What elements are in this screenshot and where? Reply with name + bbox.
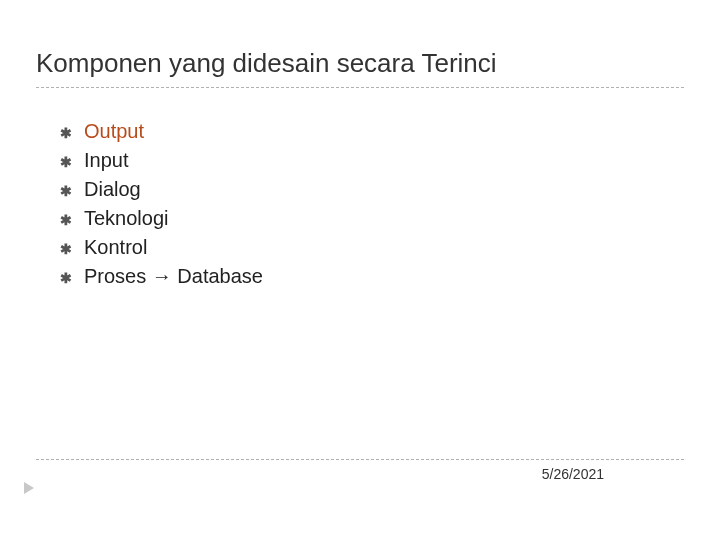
- list-item-text: Proses → Database: [84, 265, 263, 288]
- footer: 5/26/2021: [36, 459, 684, 482]
- list-item: ✱ Output: [60, 120, 684, 143]
- footer-inner: 5/26/2021: [36, 466, 684, 482]
- list-item: ✱ Kontrol: [60, 236, 684, 259]
- bullet-icon: ✱: [60, 125, 84, 141]
- list-item-text: Teknologi: [84, 207, 169, 230]
- slide-title: Komponen yang didesain secara Terinci: [36, 48, 684, 88]
- list-item: ✱ Teknologi: [60, 207, 684, 230]
- bullet-icon: ✱: [60, 212, 84, 228]
- content-list: ✱ Output ✱ Input ✱ Dialog ✱ Teknologi ✱ …: [36, 120, 684, 288]
- bullet-icon: ✱: [60, 183, 84, 199]
- chevron-right-icon: [24, 482, 34, 494]
- list-item-text: Output: [84, 120, 144, 143]
- slide-date: 5/26/2021: [542, 466, 604, 482]
- bullet-icon: ✱: [60, 270, 84, 286]
- bullet-icon: ✱: [60, 154, 84, 170]
- list-item: ✱ Proses → Database: [60, 265, 684, 288]
- list-item-text: Dialog: [84, 178, 141, 201]
- list-item: ✱ Input: [60, 149, 684, 172]
- list-item-text: Kontrol: [84, 236, 147, 259]
- slide: Komponen yang didesain secara Terinci ✱ …: [0, 0, 720, 540]
- list-item: ✱ Dialog: [60, 178, 684, 201]
- bullet-icon: ✱: [60, 241, 84, 257]
- list-item-text: Input: [84, 149, 128, 172]
